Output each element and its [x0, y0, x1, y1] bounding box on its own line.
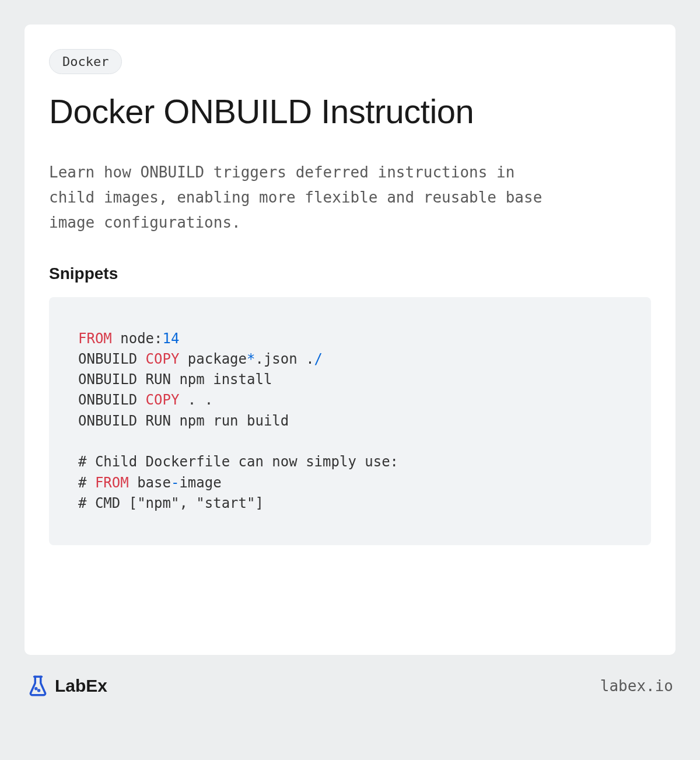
code-number: 14 — [163, 330, 180, 347]
code-glob: * — [247, 351, 255, 367]
code-text: ONBUILD RUN npm run build — [78, 413, 289, 429]
keyword-copy: COPY — [146, 392, 180, 408]
code-text: ONBUILD — [78, 351, 146, 367]
keyword-from: FROM — [95, 475, 129, 491]
brand-name: LabEx — [55, 676, 107, 696]
code-text: .json . — [255, 351, 314, 367]
code-text: . . — [179, 392, 213, 408]
snippets-heading: Snippets — [49, 264, 651, 283]
code-text: base — [129, 475, 171, 491]
keyword-from: FROM — [78, 330, 112, 347]
code-text: node: — [112, 330, 163, 347]
description-text: Learn how ONBUILD triggers deferred inst… — [49, 160, 562, 235]
code-block: FROM node:14 ONBUILD COPY package*.json … — [49, 297, 651, 545]
footer: LabEx labex.io — [24, 675, 676, 697]
code-text: image — [179, 475, 221, 491]
svg-point-1 — [36, 688, 37, 689]
svg-point-2 — [38, 690, 40, 691]
page-title: Docker ONBUILD Instruction — [49, 92, 651, 131]
brand-logo: LabEx — [27, 675, 107, 697]
flask-icon — [27, 675, 49, 697]
code-dash: - — [171, 475, 179, 491]
code-text: package — [179, 351, 247, 367]
category-badge: Docker — [49, 49, 122, 74]
code-text: ONBUILD — [78, 392, 146, 408]
code-path: / — [314, 351, 323, 367]
keyword-copy: COPY — [146, 351, 180, 367]
code-comment: # CMD ["npm", "start"] — [78, 495, 264, 511]
code-text: ONBUILD RUN npm install — [78, 371, 272, 388]
site-url: labex.io — [600, 677, 673, 695]
code-comment: # — [78, 475, 95, 491]
code-comment: # Child Dockerfile can now simply use: — [78, 454, 398, 470]
content-card: Docker Docker ONBUILD Instruction Learn … — [24, 25, 676, 655]
